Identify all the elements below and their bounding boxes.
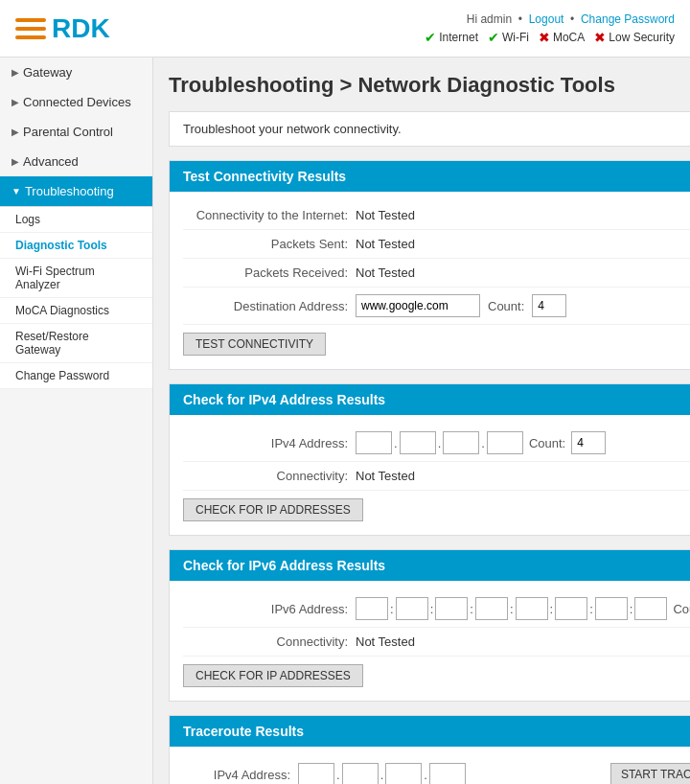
traceroute-ipv4-octet-3[interactable] [385,763,422,784]
sub-label-change-password: Change Password [15,369,109,382]
sub-label-reset: Reset/Restore Gateway [15,330,89,357]
ipv4-addr-label: IPv4 Address: [183,436,356,450]
sidebar-label-troubleshooting: Troubleshooting [25,184,114,198]
connectivity-internet-row: Connectivity to the Internet: Not Tested [183,201,690,230]
ip-sep-2: . [438,436,442,450]
packets-received-label: Packets Received: [183,265,356,280]
traceroute-ipv4-label: IPv4 Address: [183,768,298,782]
moca-status-icon: ✖ [539,30,550,45]
ipv4-connectivity-label: Connectivity: [183,469,356,483]
header-user-line: Hi admin • Logout • Change Password [425,12,675,26]
arrow-icon: ▶ [12,97,19,107]
t-ip-sep-1: . [336,768,340,782]
ipv6-addr-group: : : : : : : : [356,597,690,620]
sidebar-sub-change-password[interactable]: Change Password [0,363,152,389]
sub-label-moca: MoCA Diagnostics [15,304,109,317]
ipv4-octet-3[interactable] [443,431,479,454]
ipv6-connectivity-value: Not Tested [356,634,415,649]
check-ipv6-button[interactable]: CHECK FOR IP ADDRESSES [183,664,363,687]
packets-sent-value: Not Tested [356,237,415,251]
ipv4-octet-1[interactable] [356,431,392,454]
info-text: Troubleshoot your network connectivity. [183,122,402,136]
ipv6-seg-8[interactable] [634,597,667,620]
ipv6-sep-6: : [589,602,593,616]
security-status-icon: ✖ [594,30,606,45]
dest-addr-group: Count: [356,294,566,317]
sidebar-item-troubleshooting[interactable]: ▼ Troubleshooting [0,176,152,206]
ipv4-body: IPv4 Address: . . . Count: [170,415,690,535]
connectivity-body: Connectivity to the Internet: Not Tested… [170,192,690,369]
traceroute-ipv4-octet-1[interactable] [298,763,334,784]
ipv6-sep-7: : [630,602,633,616]
main-content: Troubleshooting > Network Diagnostic Too… [153,58,690,784]
connectivity-section: Test Connectivity Results Connectivity t… [169,160,690,370]
connectivity-internet-value: Not Tested [356,208,415,222]
check-ipv4-button[interactable]: CHECK FOR IP ADDRESSES [183,498,363,521]
connectivity-internet-label: Connectivity to the Internet: [183,208,356,222]
sidebar: ▶ Gateway ▶ Connected Devices ▶ Parental… [0,58,153,784]
ip-sep-1: . [394,436,398,450]
sidebar-sub-diagnostic-tools[interactable]: Diagnostic Tools [0,233,152,259]
header-right: Hi admin • Logout • Change Password ✔ In… [425,12,675,45]
ipv4-count-label: Count: [529,436,565,450]
ipv6-seg-3[interactable] [435,597,468,620]
connectivity-count-input[interactable] [532,294,566,317]
ipv4-address-row: IPv4 Address: . . . Count: [183,425,690,462]
ipv6-seg-7[interactable] [595,597,628,620]
dest-addr-label: Destination Address: [183,299,356,313]
traceroute-ipv4-row: IPv4 Address: . . . START TRACEROUTE [183,756,690,784]
wifi-status-label: Wi-Fi [502,31,529,44]
ipv6-connectivity-row: Connectivity: Not Tested [183,628,690,657]
sub-label-diagnostic: Diagnostic Tools [15,239,107,252]
internet-status-icon: ✔ [425,30,436,45]
logout-link[interactable]: Logout [529,12,564,26]
connectivity-dest-row: Destination Address: Count: [183,288,690,325]
ipv4-input-group: . . . [356,431,523,454]
ipv6-seg-4[interactable] [475,597,508,620]
sidebar-submenu: Logs Diagnostic Tools Wi-Fi Spectrum Ana… [0,207,152,389]
ipv6-body: IPv6 Address: : : : : : [170,581,690,701]
sidebar-label-advanced: Advanced [23,154,79,169]
connectivity-packets-sent-row: Packets Sent: Not Tested [183,230,690,259]
change-password-link[interactable]: Change Password [581,12,675,26]
ipv4-connectivity-value: Not Tested [356,469,415,483]
traceroute-header: Traceroute Results [170,716,690,747]
ipv6-count-label: Count: [673,602,690,616]
sidebar-item-advanced[interactable]: ▶ Advanced [0,147,152,176]
sidebar-sub-logs[interactable]: Logs [0,207,152,233]
ipv6-input-group: : : : : : : : [356,597,667,620]
ipv4-octet-2[interactable] [400,431,436,454]
sidebar-item-gateway[interactable]: ▶ Gateway [0,58,152,87]
ipv4-addr-group: . . . Count: [356,431,606,454]
traceroute-ipv4-start-button[interactable]: START TRACEROUTE [610,763,690,784]
sidebar-sub-moca[interactable]: MoCA Diagnostics [0,298,152,324]
arrow-icon-active: ▼ [12,186,21,196]
packets-sent-label: Packets Sent: [183,237,356,251]
ipv6-seg-2[interactable] [396,597,428,620]
ipv6-sep-5: : [550,602,554,616]
ipv6-address-row: IPv6 Address: : : : : : [183,590,690,628]
ipv4-count-input[interactable] [571,431,606,454]
traceroute-ipv4-octet-2[interactable] [342,763,379,784]
ipv6-seg-5[interactable] [516,597,548,620]
traceroute-ipv4-octet-4[interactable] [429,763,466,784]
destination-address-input[interactable] [356,294,480,317]
page-title: Troubleshooting > Network Diagnostic Too… [169,73,690,98]
ipv6-seg-1[interactable] [356,597,388,620]
ipv4-octet-4[interactable] [487,431,523,454]
security-status: ✖ Low Security [594,30,675,45]
sidebar-sub-reset[interactable]: Reset/Restore Gateway [0,324,152,363]
sidebar-item-parental-control[interactable]: ▶ Parental Control [0,117,152,147]
header: RDK Hi admin • Logout • Change Password … [0,0,690,58]
arrow-icon: ▶ [12,156,19,167]
ipv6-seg-6[interactable] [555,597,587,620]
ipv4-connectivity-row: Connectivity: Not Tested [183,462,690,491]
test-connectivity-button[interactable]: TEST CONNECTIVITY [183,333,326,356]
traceroute-body: IPv4 Address: . . . START TRACEROUTE IPv… [170,747,690,784]
sidebar-section-main: ▶ Gateway ▶ Connected Devices ▶ Parental… [0,58,152,207]
ipv4-header: Check for IPv4 Address Results [170,384,690,415]
sidebar-sub-wifi-spectrum[interactable]: Wi-Fi Spectrum Analyzer [0,259,152,298]
hamburger-icon [15,18,46,39]
sidebar-item-connected-devices[interactable]: ▶ Connected Devices [0,87,152,117]
ip-sep-3: . [481,436,485,450]
